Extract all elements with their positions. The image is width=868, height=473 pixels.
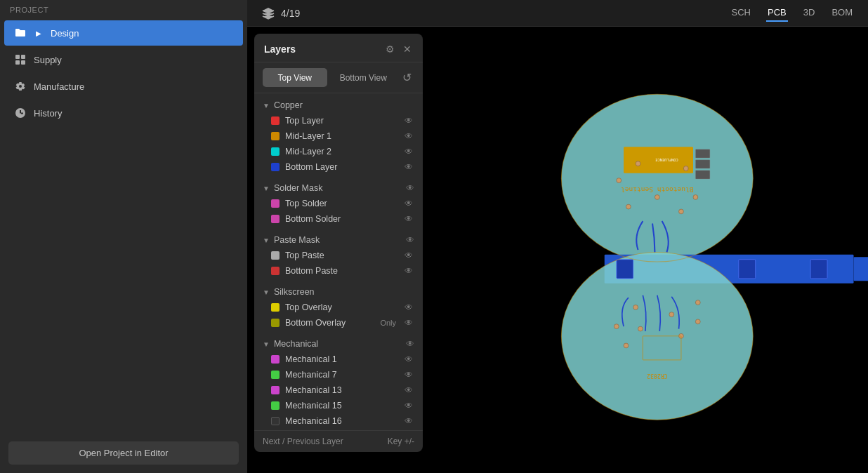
bottom-layer-vis[interactable]: 👁 <box>405 162 413 172</box>
mech16-name: Mechanical 16 <box>285 416 399 426</box>
layer-group-copper-header[interactable]: ▼ Copper <box>254 98 423 113</box>
history-icon-button[interactable]: ↺ <box>400 68 414 87</box>
layer-group-mechanical: ▼ Mechanical 👁 Mechanical 1 👁 Mechanical… <box>254 332 423 430</box>
grid-icon <box>14 53 27 66</box>
layer-bottom-layer[interactable]: Bottom Layer 👁 <box>254 159 423 175</box>
layer-mechanical-1[interactable]: Mechanical 1 👁 <box>254 352 423 367</box>
settings-icon <box>14 80 27 93</box>
tab-bom[interactable]: BOM <box>830 4 854 22</box>
silkscreen-chevron: ▼ <box>263 288 270 296</box>
tab-pcb[interactable]: PCB <box>766 4 788 22</box>
silkscreen-name: Silkscreen <box>274 287 315 297</box>
top-overlay-vis[interactable]: 👁 <box>405 302 413 312</box>
layer-top-solder[interactable]: Top Solder 👁 <box>254 196 423 211</box>
sidebar-item-design-label: Design <box>51 28 79 39</box>
top-layer-vis[interactable]: 👁 <box>405 116 413 126</box>
mid1-vis[interactable]: 👁 <box>405 131 413 141</box>
mech13-name: Mechanical 13 <box>285 385 399 395</box>
copper-chevron: ▼ <box>263 102 270 109</box>
svg-text:Bluetooth Sentinel: Bluetooth Sentinel <box>621 186 693 194</box>
mid2-vis[interactable]: 👁 <box>405 147 413 156</box>
sidebar-item-design[interactable]: ▶ Design <box>4 20 243 46</box>
bottom-solder-name: Bottom Solder <box>285 214 399 224</box>
solder-mask-left: ▼ Solder Mask <box>263 183 322 193</box>
layer-mid2[interactable]: Mid-Layer 2 👁 <box>254 144 423 159</box>
layer-mechanical-16[interactable]: Mechanical 16 👁 <box>254 413 423 429</box>
paste-mask-vis[interactable]: 👁 <box>406 235 414 245</box>
mech15-color <box>271 401 280 410</box>
layers-header-icons: ⚙ ✕ <box>384 42 413 56</box>
copper-group-left: ▼ Copper <box>263 100 303 110</box>
layer-mid1[interactable]: Mid-Layer 1 👁 <box>254 128 423 144</box>
mechanical-left: ▼ Mechanical <box>263 339 318 349</box>
svg-point-20 <box>679 209 684 214</box>
top-solder-name: Top Solder <box>285 199 399 208</box>
layer-bottom-overlay[interactable]: Bottom Overlay Only 👁 <box>254 315 423 331</box>
bottom-paste-vis[interactable]: 👁 <box>405 266 413 276</box>
sidebar-item-manufacture[interactable]: Manufacture <box>4 74 243 99</box>
layers-panel: Layers ⚙ ✕ Top View Bottom View ↺ ▼ C <box>254 34 423 452</box>
pcb-canvas[interactable]: CONFLUENCE Bluetooth Sentinel <box>437 27 868 473</box>
layers-pin-button[interactable]: ⚙ <box>384 42 396 56</box>
mechanical-vis[interactable]: 👁 <box>406 339 414 349</box>
tab-sch[interactable]: SCH <box>730 4 752 22</box>
top-layer-color <box>271 116 280 125</box>
page-indicator: 4/19 <box>281 8 300 19</box>
sidebar-item-supply-label: Supply <box>34 55 62 65</box>
silkscreen-header[interactable]: ▼ Silkscreen <box>254 284 423 300</box>
bottom-solder-vis[interactable]: 👁 <box>405 214 413 224</box>
bottom-overlay-color <box>271 319 280 327</box>
mech7-name: Mechanical 7 <box>285 370 399 380</box>
solder-mask-header[interactable]: ▼ Solder Mask 👁 <box>254 180 423 196</box>
solder-mask-vis[interactable]: 👁 <box>406 183 414 193</box>
mech13-vis[interactable]: 👁 <box>405 385 413 395</box>
layers-scroll[interactable]: ▼ Copper Top Layer 👁 Mid-Layer 1 👁 <box>254 93 423 430</box>
mechanical-chevron: ▼ <box>263 340 270 348</box>
pcb-svg: CONFLUENCE Bluetooth Sentinel <box>437 27 868 473</box>
sidebar-item-manufacture-label: Manufacture <box>34 81 84 92</box>
sidebar-item-supply[interactable]: Supply <box>4 47 243 72</box>
mechanical-header[interactable]: ▼ Mechanical 👁 <box>254 336 423 352</box>
paste-mask-header[interactable]: ▼ Paste Mask 👁 <box>254 232 423 248</box>
mech1-vis[interactable]: 👁 <box>405 354 413 364</box>
top-solder-vis[interactable]: 👁 <box>405 199 413 208</box>
layer-bottom-paste[interactable]: Bottom Paste 👁 <box>254 263 423 279</box>
open-editor-button[interactable]: Open Project in Editor <box>8 441 239 465</box>
svg-point-31 <box>638 326 643 331</box>
mid1-color <box>271 132 280 140</box>
layer-top-overlay[interactable]: Top Overlay 👁 <box>254 300 423 315</box>
sidebar-item-history[interactable]: History <box>4 100 243 126</box>
bottom-view-button[interactable]: Bottom View <box>331 68 396 87</box>
layer-mechanical-7[interactable]: Mechanical 7 👁 <box>254 367 423 382</box>
bottom-overlay-name: Bottom Overlay <box>285 318 374 328</box>
mech15-vis[interactable]: 👁 <box>405 401 413 411</box>
svg-rect-36 <box>810 260 827 279</box>
bottom-paste-name: Bottom Paste <box>285 266 399 276</box>
sidebar-header: PROJECT <box>0 0 247 20</box>
layer-mechanical-15[interactable]: Mechanical 15 👁 <box>254 398 423 413</box>
mid2-color <box>271 147 280 156</box>
top-layer-name: Top Layer <box>285 116 399 126</box>
mid2-name: Mid-Layer 2 <box>285 147 399 156</box>
svg-rect-14 <box>695 160 709 168</box>
mech7-vis[interactable]: 👁 <box>405 370 413 380</box>
bottom-overlay-vis[interactable]: 👁 <box>405 318 413 328</box>
layer-bottom-solder[interactable]: Bottom Solder 👁 <box>254 211 423 227</box>
mech1-name: Mechanical 1 <box>285 354 399 364</box>
svg-rect-15 <box>695 171 709 179</box>
layer-top-layer[interactable]: Top Layer 👁 <box>254 113 423 128</box>
layers-footer: Next / Previous Layer Key +/- <box>254 430 423 452</box>
top-paste-vis[interactable]: 👁 <box>405 251 413 260</box>
layer-top-paste[interactable]: Top Paste 👁 <box>254 248 423 263</box>
layer-mechanical-13[interactable]: Mechanical 13 👁 <box>254 382 423 398</box>
svg-point-22 <box>655 195 659 200</box>
svg-rect-3 <box>21 60 25 65</box>
mech7-color <box>271 371 280 379</box>
solder-mask-name: Solder Mask <box>274 183 322 193</box>
mech16-vis[interactable]: 👁 <box>405 416 413 426</box>
top-view-button[interactable]: Top View <box>263 68 327 87</box>
svg-rect-0 <box>15 55 20 59</box>
svg-rect-13 <box>695 149 709 158</box>
tab-3d[interactable]: 3D <box>802 4 817 22</box>
layers-close-button[interactable]: ✕ <box>402 42 413 56</box>
